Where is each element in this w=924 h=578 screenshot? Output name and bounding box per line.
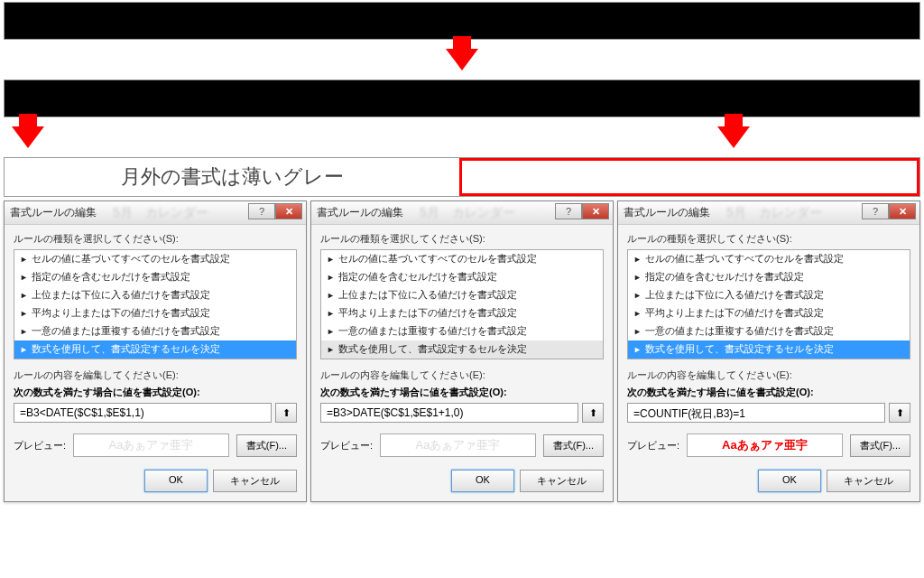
rule-type-item[interactable]: ►平均より上または下の値だけを書式設定 <box>628 304 910 322</box>
format-button[interactable]: 書式(F)... <box>543 434 604 457</box>
dialog-titlebar[interactable]: 書式ルールの編集 5月 カレンダー ? ✕ <box>5 201 306 225</box>
close-button[interactable]: ✕ <box>275 203 302 219</box>
rule-type-item-selected[interactable]: ►数式を使用して、書式設定するセルを決定 <box>14 340 296 359</box>
bullet-icon: ► <box>20 255 28 264</box>
help-button[interactable]: ? <box>862 203 889 219</box>
format-button[interactable]: 書式(F)... <box>850 434 910 457</box>
rule-type-item-selected[interactable]: ►数式を使用して、書式設定するセルを決定 <box>321 340 603 359</box>
formula-input[interactable]: =B3>DATE($C$1,$E$1+1,0) <box>320 403 578 423</box>
formula-label: 次の数式を満たす場合に値を書式設定(O): <box>627 386 910 399</box>
dialog-row: 書式ルールの編集 5月 カレンダー ? ✕ ルールの種類を選択してください(S)… <box>0 199 924 504</box>
rule-type-item[interactable]: ►上位または下位に入る値だけを書式設定 <box>628 286 910 304</box>
rule-type-list[interactable]: ►セルの値に基づいてすべてのセルを書式設定 ►指定の値を含むセルだけを書式設定 … <box>627 249 910 359</box>
dialog-title: 書式ルールの編集 <box>10 205 97 220</box>
bullet-icon: ► <box>20 309 28 318</box>
bullet-icon: ► <box>327 309 335 318</box>
bullet-icon: ► <box>20 327 28 336</box>
preview-box: Aaあぁアァ亜宇 <box>687 434 843 457</box>
ok-button[interactable]: OK <box>758 470 821 492</box>
rule-type-item[interactable]: ►指定の値を含むセルだけを書式設定 <box>14 268 296 286</box>
bullet-icon: ► <box>20 345 28 354</box>
arrow-down-icon <box>717 126 750 148</box>
bullet-icon: ► <box>633 345 642 354</box>
bullet-icon: ► <box>327 327 335 336</box>
bullet-icon: ► <box>633 255 642 264</box>
format-rule-dialog: 書式ルールの編集 5月 カレンダー ? ✕ ルールの種類を選択してください(S)… <box>4 200 307 502</box>
rule-type-item[interactable]: ►一意の値または重複する値だけを書式設定 <box>14 322 296 340</box>
help-button[interactable]: ? <box>248 203 275 219</box>
rule-type-item[interactable]: ►セルの値に基づいてすべてのセルを書式設定 <box>321 250 603 268</box>
bullet-icon: ► <box>633 273 642 282</box>
rule-type-list[interactable]: ►セルの値に基づいてすべてのセルを書式設定 ►指定の値を含むセルだけを書式設定 … <box>14 249 297 359</box>
rule-type-label: ルールの種類を選択してください(S): <box>320 232 604 246</box>
banner-top <box>4 2 920 40</box>
bullet-icon: ► <box>20 291 28 300</box>
rule-type-item[interactable]: ►平均より上または下の値だけを書式設定 <box>14 304 296 322</box>
arrow-down-icon <box>446 49 478 70</box>
bullet-icon: ► <box>327 273 335 282</box>
rule-type-item[interactable]: ►平均より上または下の値だけを書式設定 <box>321 304 603 322</box>
label-left: 月外の書式は薄いグレー <box>5 158 459 196</box>
rule-edit-label: ルールの内容を編集してください(E): <box>320 368 604 382</box>
dialog-titlebar[interactable]: 書式ルールの編集 5月 カレンダー ? ✕ <box>311 201 613 225</box>
bullet-icon: ► <box>327 255 335 264</box>
rule-type-item[interactable]: ►上位または下位に入る値だけを書式設定 <box>14 286 296 304</box>
range-selector-button[interactable]: ⬆ <box>889 403 910 423</box>
rule-edit-label: ルールの内容を編集してください(E): <box>14 368 297 382</box>
background-blur-text: 5月 カレンダー <box>420 205 515 221</box>
label-row: 月外の書式は薄いグレー <box>4 157 920 197</box>
format-rule-dialog: 書式ルールの編集 5月 カレンダー ? ✕ ルールの種類を選択してください(S)… <box>617 200 920 502</box>
preview-label: プレビュー: <box>627 439 679 452</box>
dialog-title: 書式ルールの編集 <box>624 205 710 220</box>
formula-label: 次の数式を満たす場合に値を書式設定(O): <box>320 386 604 399</box>
dialog-title: 書式ルールの編集 <box>317 205 403 220</box>
cancel-button[interactable]: キャンセル <box>827 470 910 492</box>
rule-type-item[interactable]: ►一意の値または重複する値だけを書式設定 <box>321 322 603 340</box>
rule-type-label: ルールの種類を選択してください(S): <box>14 232 297 246</box>
format-button[interactable]: 書式(F)... <box>236 434 297 457</box>
close-button[interactable]: ✕ <box>889 203 916 219</box>
preview-label: プレビュー: <box>320 439 373 452</box>
label-right <box>459 158 919 196</box>
range-selector-button[interactable]: ⬆ <box>275 403 297 423</box>
bullet-icon: ► <box>633 309 642 318</box>
rule-type-list[interactable]: ►セルの値に基づいてすべてのセルを書式設定 ►指定の値を含むセルだけを書式設定 … <box>320 249 604 359</box>
help-button[interactable]: ? <box>555 203 582 219</box>
ok-button[interactable]: OK <box>144 470 208 492</box>
rule-type-item[interactable]: ►セルの値に基づいてすべてのセルを書式設定 <box>14 250 296 268</box>
preview-box: Aaあぁアァ亜宇 <box>380 434 536 457</box>
preview-label: プレビュー: <box>14 439 66 452</box>
bullet-icon: ► <box>633 327 642 336</box>
formula-input[interactable]: =COUNTIF(祝日,B3)=1 <box>627 403 885 423</box>
rule-type-item[interactable]: ►一意の値または重複する値だけを書式設定 <box>628 322 910 340</box>
dialog-titlebar[interactable]: 書式ルールの編集 5月 カレンダー ? ✕ <box>618 201 919 225</box>
background-blur-text: 5月 カレンダー <box>726 205 822 221</box>
range-selector-button[interactable]: ⬆ <box>582 403 604 423</box>
bullet-icon: ► <box>327 345 335 354</box>
rule-type-item[interactable]: ►上位または下位に入る値だけを書式設定 <box>321 286 603 304</box>
rule-edit-label: ルールの内容を編集してください(E): <box>627 368 910 382</box>
cancel-button[interactable]: キャンセル <box>520 470 604 492</box>
background-blur-text: 5月 カレンダー <box>113 205 208 221</box>
rule-type-item[interactable]: ►指定の値を含むセルだけを書式設定 <box>628 268 910 286</box>
arrow-down-icon <box>12 126 44 148</box>
rule-type-item-selected[interactable]: ►数式を使用して、書式設定するセルを決定 <box>628 340 910 359</box>
arrow-row-2 <box>0 119 924 155</box>
ok-button[interactable]: OK <box>451 470 514 492</box>
arrow-row-1 <box>0 42 924 78</box>
rule-type-item[interactable]: ►指定の値を含むセルだけを書式設定 <box>321 268 603 286</box>
bullet-icon: ► <box>633 291 642 300</box>
bullet-icon: ► <box>20 273 28 282</box>
banner-mid <box>4 79 920 117</box>
formula-input[interactable]: =B3<DATE($C$1,$E$1,1) <box>14 403 272 423</box>
rule-type-label: ルールの種類を選択してください(S): <box>627 232 910 246</box>
rule-type-item[interactable]: ►セルの値に基づいてすべてのセルを書式設定 <box>628 250 910 268</box>
close-button[interactable]: ✕ <box>582 203 609 219</box>
bullet-icon: ► <box>327 291 335 300</box>
cancel-button[interactable]: キャンセル <box>213 470 297 492</box>
preview-box: Aaあぁアァ亜宇 <box>73 434 229 457</box>
formula-label: 次の数式を満たす場合に値を書式設定(O): <box>14 386 297 399</box>
format-rule-dialog: 書式ルールの編集 5月 カレンダー ? ✕ ルールの種類を選択してください(S)… <box>310 200 614 502</box>
